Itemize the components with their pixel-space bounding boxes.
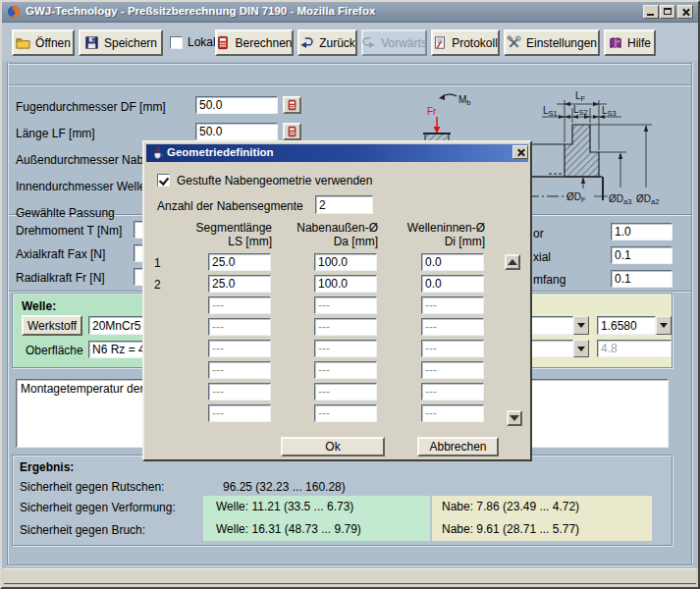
aussendurchmesser-label: Außendurchmesser Nabe: [16, 153, 150, 167]
scroll-up-button[interactable]: [505, 254, 520, 270]
segment-di-input[interactable]: [421, 253, 484, 271]
title-bar: GWJ-Technology - Preßsitzberechnung DIN …: [2, 2, 698, 23]
save-button[interactable]: Speichern: [79, 29, 163, 56]
radialkraft-label: Radialkraft Fr [N]: [16, 271, 105, 285]
calculate-button[interactable]: Berechnen: [215, 29, 294, 56]
segment-di-input: [421, 340, 484, 357]
chevron-down-icon: [577, 347, 585, 351]
segment-di-input: [421, 296, 484, 314]
nabe-werkstoffnummer-input[interactable]: [597, 316, 656, 335]
settings-button[interactable]: Einstellungen: [504, 29, 600, 56]
save-button-label: Speichern: [104, 36, 157, 50]
passung-label: Gewählte Passung: [16, 206, 115, 220]
separator: [7, 63, 693, 65]
close-button[interactable]: [677, 5, 693, 19]
dim-label-mb: Mb: [458, 94, 471, 107]
dim-label-ls1: LS1: [543, 105, 558, 118]
laenge-calc-button[interactable]: [283, 123, 301, 140]
welle-section-title: Welle:: [22, 299, 56, 313]
segment-ls-input: [208, 361, 271, 379]
arrow-up-icon: [508, 259, 517, 265]
chevron-down-icon: [660, 323, 668, 328]
bruch-nabe-cell: Nabe: 9.61 (28.71 ... 5.77): [432, 518, 652, 541]
column-header-welleninnen: Welleninnen-Ø: [380, 221, 485, 235]
forward-arrow-icon: [361, 35, 376, 50]
segment-da-input: [314, 340, 377, 357]
segment-ls-input: [208, 340, 271, 357]
application-window: GWJ-Technology - Preßsitzberechnung DIN …: [0, 0, 700, 589]
minimize-icon: [647, 14, 654, 16]
laenge-label: Länge LF [mm]: [16, 127, 95, 140]
open-folder-icon: [16, 35, 30, 50]
segment-di-input[interactable]: [421, 275, 484, 293]
open-button[interactable]: Öffnen: [12, 29, 75, 56]
maximize-button[interactable]: [660, 5, 675, 19]
nabe-oberflaeche-dropdown-button[interactable]: [573, 340, 589, 357]
segment-da-input: [314, 383, 377, 401]
segment-di-input: [421, 383, 484, 401]
nabe-werkstoffnummer-dropdown-button[interactable]: [656, 316, 672, 335]
fugendurchmesser-input[interactable]: [195, 96, 278, 114]
segment-da-input[interactable]: [314, 275, 377, 293]
haftbeiwert-axial-input[interactable]: [611, 246, 673, 264]
segment-row-number: 1: [154, 256, 161, 270]
back-button[interactable]: Zurück: [297, 29, 357, 56]
protocol-document-icon: [433, 35, 447, 50]
segment-ls-input[interactable]: [208, 253, 271, 271]
column-header-da-unit: Da [mm]: [275, 235, 378, 248]
innendurchmesser-label: Innendurchmesser Welle: [16, 180, 146, 193]
save-floppy-icon: [84, 35, 99, 50]
drehmoment-label: Drehmoment T [Nm]: [16, 224, 122, 238]
segment-da-input: [314, 404, 377, 422]
dim-label-lf: LF: [575, 90, 586, 103]
open-button-label: Öffnen: [35, 36, 71, 50]
dialog-close-button[interactable]: [512, 145, 528, 159]
minimize-button[interactable]: [643, 5, 659, 19]
dialog-title-bar[interactable]: Geometriedefinition: [146, 144, 528, 162]
local-checkbox-label: Lokal: [188, 35, 216, 49]
gestufte-nabengeometrie-checkbox[interactable]: [157, 174, 170, 187]
forward-button: Vorwärts: [361, 29, 427, 56]
segment-ls-input: [208, 404, 271, 422]
segment-ls-input: [208, 296, 271, 314]
bruch-welle-cell: Welle: 16.31 (48.73 ... 9.79): [203, 518, 430, 541]
gestufte-nabengeometrie-label: Gestufte Nabengeometrie verwenden: [177, 174, 372, 187]
forward-button-label: Vorwärts: [381, 36, 427, 50]
nabe-rauheit-input: [597, 340, 672, 357]
dim-label-da3: ØDa3: [609, 193, 631, 206]
segment-row-number: 2: [154, 278, 161, 292]
settings-button-label: Einstellungen: [526, 36, 597, 50]
back-arrow-icon: [299, 35, 314, 50]
cancel-button[interactable]: Abbrechen: [417, 437, 499, 456]
laenge-input[interactable]: [195, 123, 278, 140]
segment-da-input[interactable]: [314, 253, 377, 271]
dialog-title: Geometriedefinition: [167, 146, 274, 158]
werkstoff-button[interactable]: Werkstoff: [22, 315, 82, 336]
segment-di-input: [421, 318, 484, 336]
results-title: Ergebnis:: [20, 460, 74, 474]
nabe-werkstoff-dropdown-button[interactable]: [573, 316, 589, 335]
rutschen-label: Sicherheit gegen Rutschen:: [20, 480, 164, 494]
dim-label-ls2: LS2: [573, 104, 588, 117]
sicherheitsfaktor-input[interactable]: [611, 223, 673, 241]
protocol-button[interactable]: Protokoll: [431, 29, 500, 56]
geometriedefinition-dialog: Geometriedefinition Gestufte Nabengeomet…: [142, 140, 532, 461]
haftbeiwert-axial-label: xial: [533, 250, 551, 264]
local-checkbox[interactable]: [170, 36, 183, 49]
fugendurchmesser-calc-button[interactable]: [283, 96, 301, 114]
firefox-icon: [7, 5, 21, 19]
window-title: GWJ-Technology - Preßsitzberechnung DIN …: [26, 5, 375, 17]
segment-da-input: [314, 318, 377, 336]
haftbeiwert-umfang-input[interactable]: [611, 270, 673, 288]
scroll-down-button[interactable]: [507, 410, 522, 426]
nabensegmente-input[interactable]: [315, 195, 373, 214]
help-button[interactable]: Hilfe: [604, 29, 656, 56]
segment-ls-input[interactable]: [208, 275, 271, 293]
help-button-label: Hilfe: [627, 36, 651, 50]
arrow-down-icon: [510, 415, 519, 421]
close-icon: [681, 8, 690, 17]
column-header-segmentlaenge: Segmentlänge: [169, 221, 272, 235]
ok-button[interactable]: Ok: [281, 437, 385, 456]
column-header-ls-unit: LS [mm]: [169, 235, 272, 248]
segment-ls-input: [208, 383, 271, 401]
